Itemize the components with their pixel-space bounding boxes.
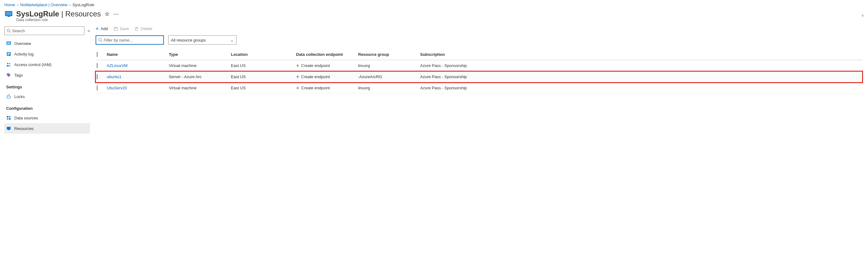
svg-point-3 bbox=[7, 29, 10, 32]
svg-rect-19 bbox=[7, 127, 10, 130]
sidebar-item-access-control[interactable]: Access control (IAM) bbox=[4, 59, 90, 70]
overview-icon bbox=[6, 41, 11, 46]
row-checkbox[interactable] bbox=[97, 63, 97, 68]
resource-type: Virtual machine bbox=[169, 63, 231, 68]
svg-rect-18 bbox=[9, 118, 10, 120]
page-subtitle: Data collection rule bbox=[16, 18, 119, 22]
table-row[interactable]: UbuServ20Virtual machineEast US+Create e… bbox=[96, 82, 862, 94]
command-bar: + Add Save Delete bbox=[96, 26, 862, 34]
data-sources-icon bbox=[6, 115, 11, 120]
table-body: AZLinuxVMVirtual machineEast US+Create e… bbox=[96, 60, 862, 94]
sidebar-item-activity-log[interactable]: Activity log bbox=[4, 49, 90, 59]
plus-icon: + bbox=[96, 27, 99, 31]
row-checkbox[interactable] bbox=[97, 74, 97, 79]
activity-log-icon bbox=[6, 51, 11, 57]
main-content: + Add Save Delete All resource groups ⌄ bbox=[93, 25, 868, 137]
plus-icon: + bbox=[296, 75, 300, 79]
sidebar-group-settings: Settings bbox=[4, 80, 90, 91]
dropdown-selected: All resource groups bbox=[171, 38, 206, 42]
resource-name-link[interactable]: ubuntu1 bbox=[107, 74, 169, 79]
filter-by-name[interactable] bbox=[96, 35, 164, 45]
chevron-right-icon: › bbox=[69, 2, 70, 7]
sidebar-item-overview[interactable]: Overview bbox=[4, 38, 90, 49]
sidebar-item-locks[interactable]: Locks bbox=[4, 91, 90, 102]
svg-rect-23 bbox=[135, 28, 138, 30]
search-icon bbox=[98, 38, 102, 42]
add-button[interactable]: + Add bbox=[96, 26, 108, 31]
sidebar-search[interactable] bbox=[4, 26, 85, 35]
save-button: Save bbox=[114, 26, 129, 31]
sidebar-item-data-sources[interactable]: Data sources bbox=[4, 112, 90, 123]
svg-line-27 bbox=[101, 41, 102, 42]
row-checkbox[interactable] bbox=[97, 85, 97, 91]
svg-rect-9 bbox=[7, 54, 10, 54]
sidebar-item-tags[interactable]: Tags bbox=[4, 70, 90, 80]
select-all-checkbox[interactable] bbox=[97, 52, 97, 57]
collapse-sidebar-icon[interactable]: « bbox=[88, 28, 90, 33]
plus-icon: + bbox=[296, 64, 300, 68]
favorite-star-icon[interactable]: ☆ bbox=[104, 10, 110, 18]
sidebar-item-label: Access control (IAM) bbox=[14, 62, 52, 67]
create-endpoint-link[interactable]: +Create endpoint bbox=[296, 85, 358, 90]
sidebar-item-label: Tags bbox=[14, 73, 23, 77]
sidebar-search-input[interactable] bbox=[11, 29, 82, 33]
svg-rect-10 bbox=[7, 55, 9, 55]
search-icon bbox=[6, 29, 11, 33]
col-type[interactable]: Type bbox=[169, 52, 231, 57]
svg-point-11 bbox=[7, 63, 8, 64]
page-header: SysLogRule | Resources ☆ ⋯ Data collecti… bbox=[0, 8, 868, 25]
subscription: Azure Pass - Sponsorship bbox=[420, 85, 862, 90]
resource-type: Virtual machine bbox=[169, 85, 231, 90]
resources-icon bbox=[6, 126, 11, 131]
create-endpoint-link[interactable]: +Create endpoint bbox=[296, 63, 358, 68]
resource-group: linuxrg bbox=[358, 85, 420, 90]
delete-button: Delete bbox=[134, 26, 152, 31]
col-rg[interactable]: Resource group bbox=[358, 52, 420, 57]
resource-group: linuxrg bbox=[358, 63, 420, 68]
svg-rect-15 bbox=[7, 116, 8, 117]
col-name[interactable]: Name bbox=[107, 52, 169, 57]
table-header: Name Type Location Data collection endpo… bbox=[96, 49, 862, 60]
col-dce[interactable]: Data collection endpoint bbox=[296, 52, 358, 57]
table-row[interactable]: ubuntu1Server - Azure ArcEast US+Create … bbox=[96, 71, 862, 82]
sidebar-item-label: Activity log bbox=[14, 52, 33, 57]
svg-line-4 bbox=[10, 32, 11, 33]
table-row[interactable]: AZLinuxVMVirtual machineEast US+Create e… bbox=[96, 60, 862, 71]
sidebar-item-label: Data sources bbox=[14, 116, 38, 120]
svg-rect-1 bbox=[8, 16, 10, 17]
sidebar-group-configuration: Configuration bbox=[4, 102, 90, 112]
svg-rect-16 bbox=[9, 116, 10, 117]
lock-icon bbox=[6, 94, 11, 99]
breadcrumb-parent[interactable]: NoMarketplace | Overview bbox=[20, 2, 67, 7]
breadcrumb: Home › NoMarketplace | Overview › SysLog… bbox=[0, 0, 868, 8]
expand-pane-icon[interactable]: › bbox=[862, 12, 864, 19]
plus-icon: + bbox=[296, 86, 300, 90]
breadcrumb-home[interactable]: Home bbox=[4, 2, 15, 7]
svg-rect-17 bbox=[7, 118, 8, 120]
col-sub[interactable]: Subscription bbox=[420, 52, 862, 57]
create-endpoint-link[interactable]: +Create endpoint bbox=[296, 74, 358, 79]
resource-type: Server - Azure Arc bbox=[169, 74, 231, 79]
page-title-section: Resources bbox=[65, 10, 101, 18]
trash-icon bbox=[134, 27, 139, 31]
page-title-main: SysLogRule bbox=[16, 10, 59, 18]
sidebar-item-resources[interactable]: Resources bbox=[4, 123, 90, 134]
svg-rect-21 bbox=[114, 27, 117, 30]
svg-rect-8 bbox=[7, 53, 10, 53]
subscription: Azure Pass - Sponsorship bbox=[420, 74, 862, 79]
save-icon bbox=[114, 27, 118, 31]
chevron-right-icon: › bbox=[17, 2, 18, 7]
resource-group-dropdown[interactable]: All resource groups ⌄ bbox=[168, 35, 237, 45]
resource-name-link[interactable]: UbuServ20 bbox=[107, 85, 169, 90]
resource-name-link[interactable]: AZLinuxVM bbox=[107, 63, 169, 68]
col-location[interactable]: Location bbox=[231, 52, 296, 57]
filter-by-name-input[interactable] bbox=[102, 38, 161, 42]
svg-rect-2 bbox=[6, 12, 12, 15]
filter-bar: All resource groups ⌄ bbox=[96, 34, 862, 49]
chevron-down-icon: ⌄ bbox=[230, 38, 234, 42]
svg-rect-22 bbox=[115, 27, 116, 28]
more-ellipsis-icon[interactable]: ⋯ bbox=[113, 10, 119, 18]
svg-rect-20 bbox=[8, 130, 9, 130]
people-icon bbox=[6, 62, 11, 67]
tag-icon bbox=[6, 73, 11, 77]
